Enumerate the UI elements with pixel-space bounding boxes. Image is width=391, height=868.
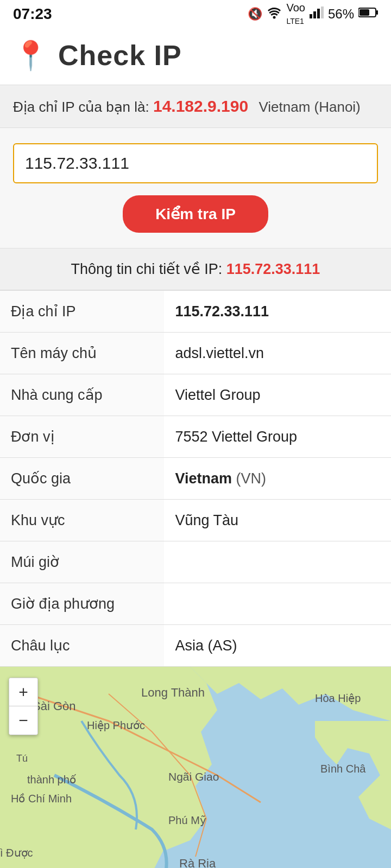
check-ip-button[interactable]: Kiểm tra IP — [123, 195, 268, 233]
table-cell-value — [164, 541, 391, 583]
svg-text:Sài Gòn: Sài Gòn — [33, 699, 76, 713]
map-container: Sài Gòn Long Thành Hiệp Phước Hòa Hiệp T… — [0, 667, 391, 868]
detail-prefix: Thông tin chi tiết về IP: — [71, 261, 223, 277]
detail-header: Thông tin chi tiết về IP: 115.72.33.111 — [0, 248, 391, 291]
svg-text:Bình Châ: Bình Châ — [320, 763, 366, 775]
table-row: Giờ địa phương — [0, 583, 391, 625]
wifi-icon — [267, 6, 282, 22]
svg-text:Hiệp Phước: Hiệp Phước — [87, 719, 145, 731]
app-title: Check IP — [58, 39, 182, 72]
svg-rect-1 — [310, 14, 312, 18]
table-cell-value: 115.72.33.111 — [164, 291, 391, 333]
svg-text:Tú: Tú — [16, 753, 28, 764]
battery-icon — [358, 7, 378, 21]
svg-text:Long Thành: Long Thành — [141, 686, 205, 699]
banner-country: Vietnam (Hanoi) — [258, 99, 360, 115]
table-cell-label: Khu vực — [0, 500, 164, 541]
table-cell-value: Viettel Group — [164, 374, 391, 416]
zoom-out-button[interactable]: − — [9, 706, 37, 735]
table-cell-label: Nhà cung cấp — [0, 374, 164, 416]
zoom-in-button[interactable]: + — [9, 678, 37, 706]
ip-search-input[interactable] — [13, 143, 378, 183]
table-cell-label: Tên máy chủ — [0, 333, 164, 374]
table-row: Châu lụcAsia (AS) — [0, 625, 391, 667]
svg-text:Hòa Hiệp: Hòa Hiệp — [315, 692, 361, 704]
table-row: Múi giờ — [0, 541, 391, 583]
table-row: Khu vựcVũng Tàu — [0, 500, 391, 541]
status-time: 07:23 — [13, 5, 52, 23]
signal-icon: VooLTE1 — [286, 2, 305, 27]
table-row: Tên máy chủadsl.viettel.vn — [0, 333, 391, 374]
svg-point-0 — [273, 16, 276, 19]
mute-icon: 🔇 — [248, 7, 262, 21]
table-cell-label: Châu lục — [0, 625, 164, 667]
svg-text:Phú Mỹ: Phú Mỹ — [168, 814, 206, 826]
location-pin-icon: 📍 — [13, 41, 48, 69]
table-cell-value: Asia (AS) — [164, 625, 391, 667]
detail-ip: 115.72.33.111 — [226, 261, 320, 277]
map-controls: + − — [9, 678, 38, 735]
table-row: Địa chỉ IP115.72.33.111 — [0, 291, 391, 333]
banner-label: Địa chỉ IP của bạn là: — [13, 99, 149, 115]
table-cell-value: Vũng Tàu — [164, 500, 391, 541]
status-icons: 🔇 VooLTE1 56% — [248, 2, 378, 27]
table-cell-label: Múi giờ — [0, 541, 164, 583]
svg-text:thành phố: thành phố — [27, 774, 77, 786]
table-row: Quốc giaVietnam (VN) — [0, 458, 391, 500]
svg-text:Rà Ria: Rà Ria — [179, 857, 216, 868]
table-cell-value — [164, 583, 391, 625]
table-cell-value: 7552 Viettel Group — [164, 416, 391, 458]
table-cell-label: Địa chỉ IP — [0, 291, 164, 333]
signal-bars — [310, 7, 324, 22]
table-cell-value: Vietnam (VN) — [164, 458, 391, 500]
table-cell-label: Quốc gia — [0, 458, 164, 500]
svg-text:Ngãi Giao: Ngãi Giao — [168, 770, 219, 783]
svg-rect-7 — [360, 9, 369, 16]
banner-ip: 14.182.9.190 — [153, 97, 248, 115]
ip-banner: Địa chỉ IP của bạn là: 14.182.9.190 Viet… — [0, 85, 391, 128]
svg-rect-6 — [376, 10, 378, 15]
table-row: Nhà cung cấpViettel Group — [0, 374, 391, 416]
svg-rect-3 — [317, 9, 320, 18]
table-cell-label: Giờ địa phương — [0, 583, 164, 625]
svg-rect-4 — [321, 7, 324, 18]
info-table: Địa chỉ IP115.72.33.111Tên máy chủadsl.v… — [0, 291, 391, 667]
status-bar: 07:23 🔇 VooLTE1 56% — [0, 0, 391, 28]
svg-text:ì Được: ì Được — [0, 847, 33, 859]
svg-rect-2 — [313, 11, 316, 18]
table-cell-value: adsl.viettel.vn — [164, 333, 391, 374]
table-row: Đơn vị7552 Viettel Group — [0, 416, 391, 458]
search-section: Kiểm tra IP — [0, 128, 391, 248]
app-header: 📍 Check IP — [0, 28, 391, 85]
table-cell-label: Đơn vị — [0, 416, 164, 458]
svg-text:Hồ Chí Minh: Hồ Chí Minh — [11, 793, 72, 805]
battery-label: 56% — [328, 7, 354, 22]
